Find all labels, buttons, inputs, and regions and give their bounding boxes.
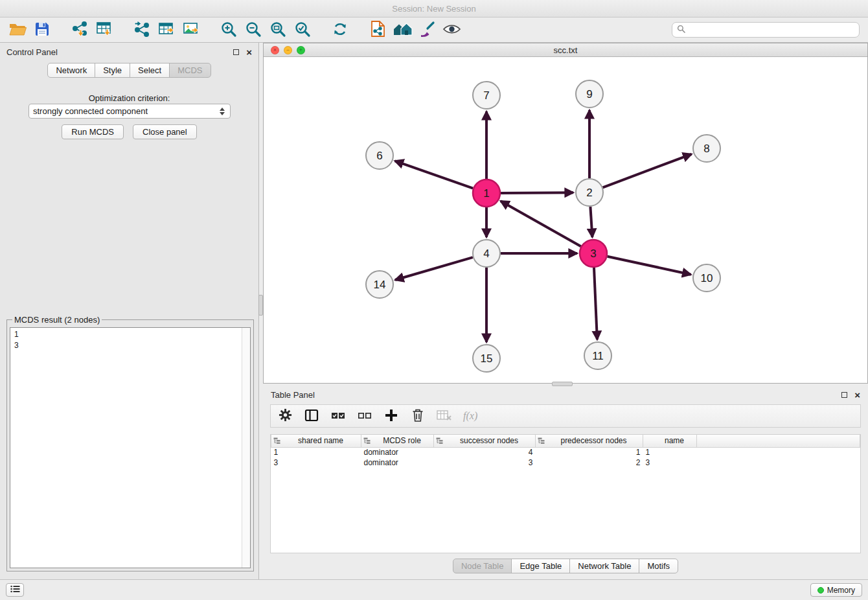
column-header-mcds-role[interactable]: MCDS role [361,435,434,447]
graph-node-9[interactable]: 9 [576,80,603,108]
column-header-name[interactable]: name [643,435,697,447]
table-row[interactable]: 1 dominator 4 1 1 [271,447,860,457]
svg-text:2: 2 [586,187,592,199]
graph-node-6[interactable]: 6 [366,142,393,169]
task-history-button[interactable] [6,583,24,597]
close-table-panel-icon[interactable]: × [854,390,860,400]
zoom-fit-button[interactable] [266,19,290,40]
graph-node-2[interactable]: 2 [576,179,603,206]
zoom-selected-button[interactable] [290,19,315,40]
graph-node-14[interactable]: 14 [366,271,393,298]
horizontal-splitter-grip[interactable] [552,382,573,386]
tab-edge-table[interactable]: Edge Table [511,559,570,573]
float-table-panel-icon[interactable] [841,392,847,398]
mcds-result-list[interactable]: 1 3 [10,327,251,568]
cell-successor-nodes[interactable]: 3 [434,457,536,468]
zoom-selected-icon [294,21,311,40]
tab-mcds[interactable]: MCDS [169,63,211,78]
edge-2-8[interactable] [603,154,692,187]
mcds-result-value: 1 [14,329,246,340]
minimize-window-icon[interactable]: − [284,46,292,54]
deselect-all-button[interactable] [357,408,372,424]
edge-1-2[interactable] [501,192,573,193]
column-header-shared-name[interactable]: shared name [271,435,361,447]
search-input[interactable] [689,25,854,35]
import-network-button[interactable] [67,19,92,40]
run-mcds-button[interactable]: Run MCDS [62,124,124,139]
tab-network[interactable]: Network [47,63,95,78]
edge-4-14[interactable] [395,257,473,280]
edge-2-3[interactable] [590,207,592,237]
cell-shared-name[interactable]: 1 [271,447,361,457]
tab-network-table[interactable]: Network Table [569,559,639,573]
cell-predecessor-nodes[interactable]: 1 [536,447,643,457]
export-image-button[interactable] [179,19,203,40]
apply-layout-button[interactable] [328,19,352,40]
toolbar-search[interactable] [672,22,860,38]
zoom-out-button[interactable] [241,19,266,40]
cell-shared-name[interactable]: 3 [271,457,361,468]
cell-predecessor-nodes[interactable]: 2 [536,457,643,468]
float-panel-icon[interactable] [233,49,239,55]
home-overview-button[interactable] [390,19,415,40]
column-header-successor-nodes[interactable]: successor nodes [434,435,536,447]
graph-node-10[interactable]: 10 [693,264,720,292]
cell-name[interactable]: 1 [643,447,697,457]
mcds-result-title: MCDS result (2 nodes) [12,315,102,325]
cell-mcds-role[interactable]: dominator [361,447,434,457]
close-panel-icon[interactable]: × [246,47,252,57]
zoom-in-button[interactable] [216,19,241,40]
graph-node-8[interactable]: 8 [693,135,720,162]
graph-node-1[interactable]: 1 [473,179,500,207]
graph-node-11[interactable]: 11 [584,342,611,369]
graph-node-7[interactable]: 7 [473,82,500,109]
select-all-button[interactable] [330,408,346,424]
cell-successor-nodes[interactable]: 4 [434,447,536,457]
table-panel: Table Panel × [263,386,868,577]
edge-3-1[interactable] [501,201,581,246]
svg-text:8: 8 [703,143,709,155]
network-window-titlebar[interactable]: × − + scc.txt [264,43,867,57]
open-session-button[interactable] [5,19,30,40]
graph-node-4[interactable]: 4 [473,240,500,267]
tab-node-table[interactable]: Node Table [453,559,512,573]
cell-name[interactable]: 3 [643,457,697,468]
table-settings-button[interactable] [277,408,293,424]
graph-node-15[interactable]: 15 [473,345,500,372]
table-row[interactable]: 3 dominator 3 2 3 [271,457,860,468]
memory-button[interactable]: Memory [810,583,862,597]
svg-text:4: 4 [483,248,489,260]
tab-style[interactable]: Style [95,63,130,78]
result-scrollbar[interactable] [242,328,250,568]
cell-mcds-role[interactable]: dominator [361,457,434,468]
function-builder-button[interactable]: f(x) [463,408,477,424]
column-header-predecessor-nodes[interactable]: predecessor nodes [536,435,643,447]
tab-select[interactable]: Select [130,63,170,78]
import-table-button[interactable] [92,19,117,40]
vertical-splitter-grip[interactable] [258,295,263,316]
table-header-row: shared name MCDS role succ [271,435,860,447]
close-window-icon[interactable]: × [271,46,279,54]
network-file-button[interactable] [365,19,390,40]
delete-column-button[interactable] [410,408,426,424]
edge-1-6[interactable] [395,161,474,188]
show-columns-button[interactable] [304,408,319,424]
network-canvas[interactable]: 7968124314101511 [264,57,867,383]
edge-3-11[interactable] [594,268,597,340]
delete-table-button[interactable] [437,408,452,424]
criterion-dropdown[interactable]: strongly connected component [29,104,231,119]
add-column-button[interactable] [383,408,399,424]
mcds-result-fieldset: MCDS result (2 nodes) 1 3 [6,315,254,571]
export-network-button[interactable] [130,19,154,40]
graphics-details-button[interactable] [439,19,464,40]
window-titlebar: Session: New Session [0,0,868,17]
edge-3-10[interactable] [608,257,691,275]
tab-motifs[interactable]: Motifs [639,559,678,573]
save-session-button[interactable] [30,19,54,40]
network-graph[interactable]: 7968124314101511 [264,57,867,384]
close-panel-button[interactable]: Close panel [133,124,197,139]
graph-node-3[interactable]: 3 [580,240,607,267]
apply-style-button[interactable] [415,19,439,40]
zoom-window-icon[interactable]: + [297,46,305,54]
export-table-button[interactable] [154,19,179,40]
